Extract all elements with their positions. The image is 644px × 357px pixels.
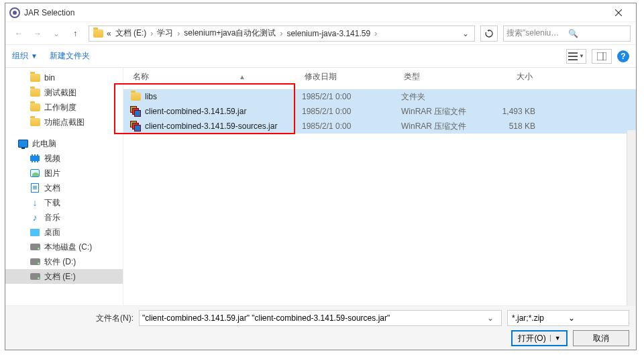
sidebar-item-video[interactable]: 视频 bbox=[5, 151, 123, 166]
cancel-label: 取消 bbox=[593, 333, 609, 344]
file-row[interactable]: libs 1985/2/1 0:00 文件夹 bbox=[123, 89, 636, 104]
download-icon: ↓ bbox=[30, 197, 40, 208]
rows-container: libs 1985/2/1 0:00 文件夹 client-combined-3… bbox=[123, 85, 636, 305]
file-date: 1985/2/1 0:00 bbox=[302, 92, 401, 101]
filename-dropdown-icon[interactable]: ⌄ bbox=[482, 313, 498, 323]
breadcrumb-seg-4[interactable]: selenium-java-3.141.59 bbox=[285, 29, 372, 38]
file-row[interactable]: client-combined-3.141.59.jar 1985/2/1 0:… bbox=[123, 104, 636, 119]
file-size: 518 KB bbox=[482, 121, 535, 131]
view-options-button[interactable]: ▼ bbox=[566, 49, 586, 64]
sidebar-item-drivec[interactable]: 本地磁盘 (C:) bbox=[5, 240, 123, 254]
chevron-down-icon: ▼ bbox=[31, 52, 38, 60]
breadcrumb-dropdown-icon[interactable]: ⌄ bbox=[460, 29, 472, 38]
scrollbar-vertical[interactable] bbox=[627, 130, 636, 305]
close-button[interactable] bbox=[605, 5, 632, 21]
sidebar-label: 音乐 bbox=[44, 212, 60, 223]
sidebar-item-down[interactable]: ↓下载 bbox=[5, 195, 123, 210]
file-list-area: 名称▲ 修改日期 类型 大小 libs 1985/2/1 0:00 文件夹 cl… bbox=[123, 68, 636, 305]
sidebar-item-workrule[interactable]: 工作制度 bbox=[5, 100, 123, 115]
sidebar-item-testshot[interactable]: 测试截图 bbox=[5, 85, 123, 100]
cancel-button[interactable]: 取消 bbox=[573, 330, 629, 346]
sidebar-label: 此电脑 bbox=[32, 138, 56, 150]
help-button[interactable]: ? bbox=[617, 50, 629, 62]
sidebar-label: 测试截图 bbox=[44, 87, 76, 99]
back-button[interactable]: ← bbox=[11, 26, 27, 42]
open-label: 打开(O) bbox=[518, 333, 545, 344]
breadcrumb-seg-3[interactable]: selenium+java自动化测试 bbox=[182, 28, 277, 39]
svg-rect-7 bbox=[568, 59, 578, 60]
sidebar: bin 测试截图 工作制度 功能点截图 此电脑 视频 图片 文档 ↓下载 ♪音乐… bbox=[5, 68, 123, 305]
svg-rect-5 bbox=[568, 52, 578, 54]
filename-input-wrap: ⌄ bbox=[139, 310, 502, 326]
sidebar-label: 工作制度 bbox=[44, 102, 76, 113]
folder-icon bbox=[92, 28, 104, 40]
sidebar-label: 软件 (D:) bbox=[44, 256, 76, 268]
sidebar-item-desktop[interactable]: 桌面 bbox=[5, 225, 123, 240]
up-button[interactable]: ↑ bbox=[67, 26, 83, 42]
chevron-right-icon: › bbox=[176, 29, 181, 38]
breadcrumb-bar[interactable]: « 文档 (E:) › 学习 › selenium+java自动化测试 › se… bbox=[89, 26, 475, 42]
preview-pane-button[interactable] bbox=[592, 49, 612, 64]
filter-value: *.jar;*.zip bbox=[512, 313, 568, 323]
chevron-right-icon: › bbox=[149, 29, 154, 38]
sidebar-label: bin bbox=[44, 73, 55, 83]
toolbar: 组织 ▼ 新建文件夹 ▼ ? bbox=[5, 45, 636, 68]
column-headers[interactable]: 名称▲ 修改日期 类型 大小 bbox=[123, 68, 636, 85]
sidebar-item-thispc[interactable]: 此电脑 bbox=[5, 136, 123, 151]
toolbar-right: ▼ ? bbox=[566, 49, 629, 64]
refresh-button[interactable] bbox=[480, 26, 498, 42]
new-folder-label: 新建文件夹 bbox=[50, 50, 90, 62]
titlebar: JAR Selection bbox=[5, 3, 636, 22]
file-type: 文件夹 bbox=[401, 91, 482, 103]
sidebar-item-doc[interactable]: 文档 bbox=[5, 181, 123, 195]
sidebar-item-pic[interactable]: 图片 bbox=[5, 166, 123, 181]
search-placeholder: 搜索"selenium-java-3.141.59" bbox=[506, 28, 566, 39]
breadcrumb-seg-1[interactable]: 文档 (E:) bbox=[114, 28, 148, 39]
organize-menu[interactable]: 组织 ▼ bbox=[12, 50, 38, 62]
column-type[interactable]: 类型 bbox=[401, 71, 482, 83]
toolbar-left: 组织 ▼ 新建文件夹 bbox=[12, 50, 90, 62]
sidebar-label: 文档 bbox=[44, 183, 60, 194]
file-date: 1985/2/1 0:00 bbox=[302, 107, 401, 116]
breadcrumb-ellipsis[interactable]: « bbox=[105, 29, 113, 38]
sidebar-item-funcshot[interactable]: 功能点截图 bbox=[5, 115, 123, 130]
filename-input[interactable] bbox=[142, 313, 482, 323]
column-date[interactable]: 修改日期 bbox=[302, 71, 401, 83]
folder-icon bbox=[130, 91, 141, 102]
sort-asc-icon: ▲ bbox=[239, 73, 246, 81]
sidebar-item-drived[interactable]: 软件 (D:) bbox=[5, 254, 123, 269]
organize-label: 组织 bbox=[12, 50, 28, 62]
open-split-icon[interactable]: ▼ bbox=[550, 335, 561, 342]
chevron-right-icon: › bbox=[278, 29, 284, 38]
column-name[interactable]: 名称▲ bbox=[130, 71, 302, 83]
recent-dropdown-icon[interactable]: ⌄ bbox=[48, 26, 64, 42]
file-type: WinRAR 压缩文件 bbox=[401, 106, 482, 117]
column-size[interactable]: 大小 bbox=[482, 71, 535, 83]
file-name: client-combined-3.141.59-sources.jar bbox=[145, 121, 277, 131]
open-button[interactable]: 打开(O) ▼ bbox=[511, 330, 568, 346]
breadcrumb-seg-2[interactable]: 学习 bbox=[156, 28, 174, 39]
file-type: WinRAR 压缩文件 bbox=[401, 121, 482, 132]
search-input[interactable]: 搜索"selenium-java-3.141.59" 🔍 bbox=[503, 26, 631, 42]
music-icon: ♪ bbox=[30, 212, 40, 223]
sidebar-label: 视频 bbox=[44, 153, 60, 164]
sidebar-label: 功能点截图 bbox=[44, 117, 85, 128]
sidebar-label: 下载 bbox=[44, 197, 60, 209]
filetype-filter[interactable]: *.jar;*.zip ⌄ bbox=[507, 310, 629, 326]
sidebar-label: 图片 bbox=[44, 168, 60, 179]
sidebar-item-bin[interactable]: bin bbox=[5, 70, 123, 85]
chevron-right-icon: › bbox=[373, 29, 378, 38]
svg-marker-4 bbox=[488, 30, 490, 32]
file-date: 1985/2/1 0:00 bbox=[302, 121, 401, 131]
archive-icon bbox=[130, 121, 141, 132]
app-icon bbox=[9, 7, 20, 18]
sidebar-item-music[interactable]: ♪音乐 bbox=[5, 210, 123, 225]
body: bin 测试截图 工作制度 功能点截图 此电脑 视频 图片 文档 ↓下载 ♪音乐… bbox=[5, 68, 636, 305]
sidebar-item-drivee[interactable]: 文档 (E:) bbox=[5, 269, 123, 284]
svg-rect-8 bbox=[597, 52, 606, 60]
file-name: client-combined-3.141.59.jar bbox=[145, 107, 246, 116]
forward-button[interactable]: → bbox=[30, 26, 46, 42]
file-size: 1,493 KB bbox=[482, 107, 535, 116]
new-folder-button[interactable]: 新建文件夹 bbox=[50, 50, 90, 62]
file-row[interactable]: client-combined-3.141.59-sources.jar 198… bbox=[123, 119, 636, 134]
